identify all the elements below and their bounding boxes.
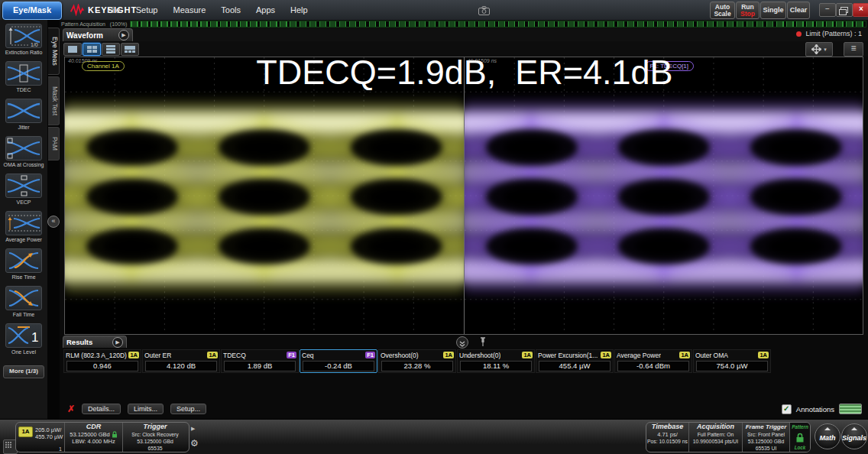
acquisition-section[interactable]: Acquisition Full Pattern: On 10.99000534… — [689, 423, 743, 452]
run-stop-button[interactable]: Run Stop — [736, 2, 760, 19]
waveform-tab[interactable]: Waveform ▶ — [63, 28, 133, 41]
source-badge: 1A — [207, 352, 218, 358]
acquisition-title: Acquisition — [697, 423, 734, 431]
result-name: TDECQ — [223, 352, 246, 359]
more-measurements-button[interactable]: More (1/3) — [3, 365, 44, 378]
sidebar-item-tdec[interactable]: TDEC — [2, 61, 46, 93]
results-panel: Results ▶ RLM (802.3 A_120D)1A 0.946 Out… — [60, 336, 868, 419]
result-outer-oma[interactable]: Outer OMA1A 754.0 µW — [693, 349, 771, 373]
channel-section[interactable]: 1A 205.0 µW/ 455.70 µW 1 — [16, 423, 65, 452]
tab-pam[interactable]: PAM — [48, 127, 60, 161]
average-power-icon — [5, 211, 42, 235]
play-icon[interactable]: ▶ — [118, 30, 129, 41]
sidebar-item-vecp[interactable]: VECP — [2, 173, 46, 206]
panel-next-arrow[interactable]: ▶ — [191, 426, 195, 432]
result-ceq[interactable]: CeqF1 -0.24 dB — [300, 349, 377, 373]
results-tab-label: Results — [66, 338, 92, 346]
menu-file[interactable]: File — [107, 5, 121, 15]
setup-button[interactable]: Setup... — [170, 404, 206, 414]
signals-button[interactable]: Signals — [841, 423, 867, 449]
lock-icon — [112, 431, 118, 438]
timebase-section[interactable]: Timebase 4.71 ps/ Pos: 10.01509 ns — [646, 423, 689, 452]
annotation-color-button[interactable] — [839, 404, 862, 414]
waveform-tab-label: Waveform — [66, 31, 103, 40]
channel-scale: 205.0 µW/ — [35, 426, 63, 433]
sidebar-collapse-button[interactable]: « — [47, 216, 60, 228]
result-value: 4.120 dB — [145, 361, 217, 371]
menu-help[interactable]: Help — [290, 5, 308, 15]
eye-panel-channel-1a[interactable]: 40.01509 ns Channel 1A — [65, 57, 464, 334]
result-name: Undershoot(0) — [459, 352, 500, 359]
menu-setup[interactable]: Setup — [136, 5, 158, 15]
clear-label: Clear — [788, 7, 809, 14]
trigger-section[interactable]: Trigger Src: Clock Recovery 53.125000 GB… — [123, 423, 187, 452]
sidebar-item-oma-at-crossing[interactable]: OMA at Crossing — [2, 136, 46, 168]
result-average-power[interactable]: Average Power1A -0.64 dBm — [614, 349, 692, 373]
tab-eye-meas[interactable]: Eye Meas — [48, 28, 60, 75]
status-bar: 1A 205.0 µW/ 455.70 µW 1 CDR 53.125000 G… — [0, 419, 868, 454]
result-tdecq[interactable]: TDECQF1 1.89 dB — [221, 349, 299, 373]
restore-button[interactable] — [836, 3, 853, 17]
cdr-section[interactable]: CDR 53.125000 GBd LBW: 4.000 MHz — [65, 423, 123, 452]
svg-text:1/0: 1/0 — [31, 42, 38, 47]
pattern-lock-indicator: Pattern Lock — [790, 423, 810, 452]
sidebar-label: OMA at Crossing — [2, 162, 46, 168]
timebase-acquisition-panel: Timebase 4.71 ps/ Pos: 10.01509 ns Acqui… — [646, 422, 811, 452]
result-outer-er[interactable]: Outer ER1A 4.120 dB — [142, 349, 220, 373]
sidebar-label: Extinction Ratio — [2, 50, 46, 56]
results-tab[interactable]: Results ▶ — [63, 336, 127, 348]
svg-text:1: 1 — [31, 330, 38, 345]
close-button[interactable]: × — [853, 3, 868, 17]
clear-button[interactable]: Clear — [787, 2, 810, 19]
mode-tab-eye-mask[interactable]: Eye/Mask — [2, 2, 62, 20]
sidebar-item-jitter[interactable]: Jitter — [2, 99, 46, 131]
signals-label: Signals — [842, 434, 866, 442]
single-button[interactable]: Single — [760, 2, 786, 19]
trigger-rate: 53.125000 GBd — [137, 438, 173, 445]
result-name: RLM (802.3 A_120D) — [66, 352, 127, 359]
oma-at-crossing-icon — [5, 136, 42, 161]
camera-icon[interactable] — [478, 5, 490, 18]
math-button[interactable]: Math — [815, 423, 840, 449]
result-undershoot[interactable]: Undershoot(0)1A 18.11 % — [457, 349, 535, 373]
result-overshoot[interactable]: Overshoot(0)1A 23.28 % — [378, 349, 456, 373]
results-footer: ✗ Details... Limits... Setup... ✓ Annota… — [60, 401, 868, 417]
timebase-position: Pos: 10.01509 ns — [647, 438, 688, 445]
annotations-checkbox[interactable]: ✓ — [782, 404, 792, 414]
details-button[interactable]: Details... — [82, 404, 121, 414]
settings-gear-icon[interactable]: ⚙ — [190, 438, 199, 449]
sidebar-item-fall-time[interactable]: Fall Time — [2, 286, 46, 318]
play-icon[interactable]: ▶ — [112, 337, 123, 348]
result-rlm[interactable]: RLM (802.3 A_120D)1A 0.946 — [63, 349, 141, 373]
auto-scale-button[interactable]: Auto Scale — [710, 2, 735, 19]
menu-tools[interactable]: Tools — [221, 5, 241, 15]
result-power-excursion[interactable]: Power Excursion(1...1A 455.4 µW — [536, 349, 614, 373]
menu-apps[interactable]: Apps — [256, 5, 275, 15]
pin-panel-button[interactable] — [479, 336, 487, 347]
remove-measurement-icon[interactable]: ✗ — [67, 404, 75, 414]
result-name: Ceq — [302, 352, 314, 359]
eye-panel-f1-tdecq[interactable]: 40.01509 ns F1: TDECQ[1] — [464, 57, 863, 334]
single-label: Single — [761, 7, 785, 14]
channel-offset: 455.70 µW — [35, 433, 63, 440]
extinction-ratio-icon: 1/0 — [5, 24, 42, 48]
menu-measure[interactable]: Measure — [173, 5, 206, 15]
annotations-group: ✓ Annotations — [782, 404, 862, 414]
chevron-up-icon — [851, 427, 857, 430]
limits-button[interactable]: Limits... — [128, 404, 164, 414]
tab-mask-test[interactable]: Mask Test — [48, 76, 60, 125]
result-value: 18.11 % — [460, 361, 532, 371]
source-badge: 1A — [522, 352, 533, 358]
frame-trigger-section[interactable]: Frame Trigger Src: Front Panel 53.125000… — [743, 423, 790, 452]
stop-label: Stop — [737, 11, 759, 18]
result-value: -0.64 dBm — [617, 361, 689, 371]
sidebar-item-extinction-ratio[interactable]: 1/0 Extinction Ratio — [2, 24, 46, 56]
sidebar-item-average-power[interactable]: Average Power — [2, 211, 46, 243]
results-collapse-button[interactable] — [456, 336, 468, 349]
minimize-button[interactable]: − — [819, 3, 836, 17]
trigger-source: Src: Clock Recovery — [131, 431, 179, 438]
acquisition-points: 10.99000534 pts/UI — [693, 438, 738, 445]
sidebar-item-one-level[interactable]: 1 One Level — [2, 323, 46, 355]
annotations-label: Annotations — [796, 405, 834, 413]
sidebar-item-rise-time[interactable]: Rise Time — [2, 248, 46, 281]
